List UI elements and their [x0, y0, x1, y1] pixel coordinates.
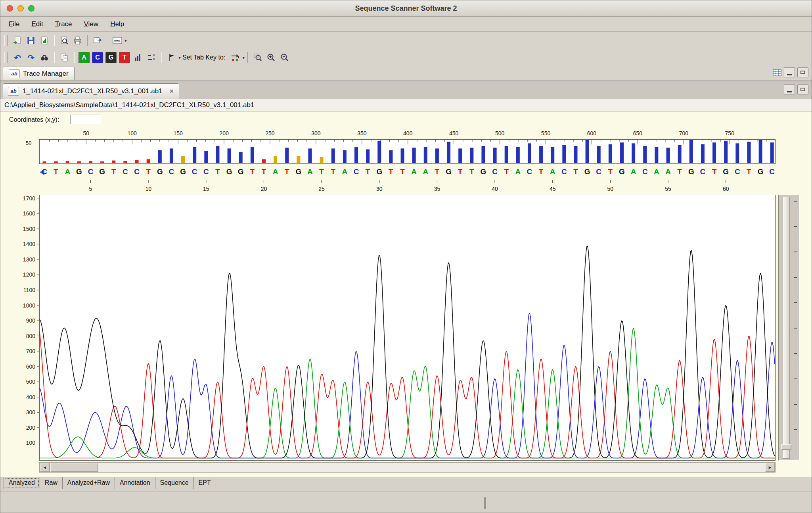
base-call[interactable]: T: [455, 165, 466, 178]
toolbar-grip[interactable]: [4, 52, 8, 63]
base-call[interactable]: T: [212, 165, 223, 178]
vertical-zoom-slider[interactable]: [778, 195, 800, 461]
export-button[interactable]: [91, 34, 104, 47]
base-call[interactable]: A: [547, 165, 558, 178]
base-call[interactable]: C: [39, 165, 50, 178]
pane-maximize-button[interactable]: [797, 67, 808, 77]
zoom-out-button[interactable]: [278, 51, 291, 64]
base-call[interactable]: G: [443, 165, 454, 178]
base-call[interactable]: G: [720, 165, 732, 178]
tab-raw[interactable]: Raw: [40, 477, 63, 489]
base-c-button[interactable]: C: [91, 51, 104, 64]
copy-button[interactable]: [57, 51, 71, 64]
horizontal-scrollbar[interactable]: ◄ ►: [39, 462, 776, 473]
tab-analyzed-raw[interactable]: Analyzed+Raw: [62, 477, 115, 489]
base-call[interactable]: C: [697, 165, 708, 178]
print-button[interactable]: [71, 34, 84, 47]
base-call[interactable]: T: [385, 165, 396, 178]
menu-help[interactable]: Help: [104, 17, 130, 31]
base-call[interactable]: A: [651, 165, 662, 178]
base-call[interactable]: G: [73, 165, 84, 178]
base-call[interactable]: T: [258, 165, 269, 178]
tab-sequence[interactable]: Sequence: [155, 477, 194, 489]
menu-trace[interactable]: Trace: [49, 17, 78, 31]
base-call[interactable]: T: [466, 165, 477, 178]
base-call[interactable]: T: [743, 165, 755, 178]
base-call[interactable]: T: [605, 165, 616, 178]
base-g-button[interactable]: G: [104, 51, 118, 64]
base-call[interactable]: C: [189, 165, 200, 178]
chromatogram-canvas[interactable]: [39, 195, 776, 461]
base-call[interactable]: T: [50, 165, 61, 178]
base-call[interactable]: T: [362, 165, 373, 178]
document-tab[interactable]: ab 1_1414-021xl_DC2FC1_XLR50_v3.1_001.ab…: [3, 83, 179, 99]
save-button[interactable]: [24, 34, 38, 47]
base-call[interactable]: T: [316, 165, 327, 178]
base-call[interactable]: T: [501, 165, 512, 178]
zoom-selection-button[interactable]: [251, 51, 264, 64]
base-call[interactable]: G: [178, 165, 189, 178]
flag-review-caret[interactable]: ▾: [178, 55, 181, 60]
trace-presentation-button[interactable]: [111, 34, 124, 47]
pane-minimize-button[interactable]: [784, 67, 795, 77]
base-call[interactable]: T: [143, 165, 154, 178]
base-call[interactable]: C: [640, 165, 651, 178]
base-call[interactable]: G: [686, 165, 697, 178]
tab-key-select-button[interactable]: [228, 51, 242, 64]
base-call[interactable]: G: [582, 165, 593, 178]
tile-windows-icon[interactable]: [773, 69, 781, 77]
slider-track[interactable]: [783, 197, 790, 459]
base-call[interactable]: T: [709, 165, 720, 178]
base-call[interactable]: C: [85, 165, 96, 178]
base-call[interactable]: T: [674, 165, 685, 178]
base-call[interactable]: G: [617, 165, 628, 178]
base-call[interactable]: T: [108, 165, 119, 178]
base-call[interactable]: T: [247, 165, 258, 178]
base-call[interactable]: C: [489, 165, 500, 178]
undo-button[interactable]: ↶: [11, 51, 24, 64]
base-call[interactable]: A: [512, 165, 523, 178]
base-call[interactable]: A: [408, 165, 419, 178]
scroll-thumb[interactable]: [50, 463, 98, 472]
trace-presentation-caret[interactable]: ▾: [124, 38, 127, 43]
import-trace-button[interactable]: [11, 34, 24, 47]
base-t-button[interactable]: T: [118, 51, 131, 64]
base-numbering-button[interactable]: [145, 51, 158, 64]
base-call[interactable]: A: [628, 165, 639, 178]
base-call[interactable]: G: [374, 165, 385, 178]
tab-annotation[interactable]: Annotation: [115, 477, 155, 489]
base-call[interactable]: T: [397, 165, 408, 178]
export-report-button[interactable]: [38, 34, 51, 47]
base-call[interactable]: T: [282, 165, 293, 178]
base-call[interactable]: A: [62, 165, 73, 178]
base-call[interactable]: T: [570, 165, 581, 178]
base-call[interactable]: T: [536, 165, 547, 178]
base-call[interactable]: A: [304, 165, 316, 178]
redo-button[interactable]: ↷: [24, 51, 38, 64]
base-call[interactable]: G: [293, 165, 304, 178]
base-call[interactable]: A: [270, 165, 281, 178]
print-preview-button[interactable]: [57, 34, 71, 47]
base-call[interactable]: T: [327, 165, 339, 178]
slider-handle[interactable]: [781, 444, 791, 450]
toolbar-grip[interactable]: [4, 35, 8, 46]
doc-minimize-button[interactable]: [784, 85, 795, 94]
tab-key-caret[interactable]: ▾: [242, 55, 245, 60]
tab-analyzed[interactable]: Analyzed: [4, 477, 40, 489]
base-call[interactable]: T: [431, 165, 442, 178]
base-call[interactable]: C: [524, 165, 535, 178]
zoom-in-button[interactable]: [264, 51, 278, 64]
menu-view[interactable]: View: [78, 17, 105, 31]
base-call[interactable]: C: [559, 165, 570, 178]
base-call[interactable]: C: [593, 165, 604, 178]
tab-close-button[interactable]: ✕: [169, 88, 174, 95]
ruler-and-quality-panel[interactable]: 5010015020025030035040045050055060065070…: [39, 129, 776, 165]
flag-review-button[interactable]: [165, 51, 178, 64]
base-call[interactable]: C: [120, 165, 131, 178]
scroll-right-button[interactable]: ►: [765, 463, 775, 472]
base-call[interactable]: G: [224, 165, 235, 178]
base-call[interactable]: C: [732, 165, 743, 178]
base-call[interactable]: C: [351, 165, 362, 178]
doc-restore-button[interactable]: [797, 85, 808, 94]
base-call[interactable]: C: [131, 165, 142, 178]
